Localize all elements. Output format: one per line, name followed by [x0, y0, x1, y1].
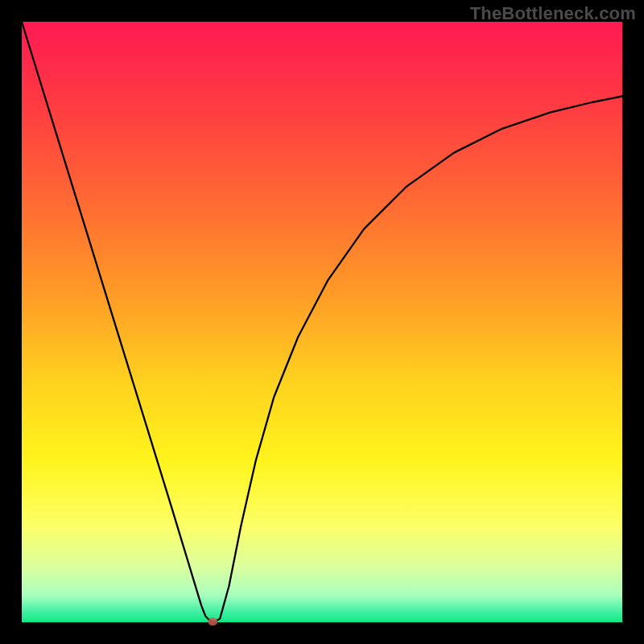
watermark-text: TheBottleneck.com: [470, 3, 636, 24]
plot-background: [22, 22, 622, 622]
minimum-marker: [208, 617, 217, 625]
chart-svg: [0, 0, 644, 644]
chart-container: TheBottleneck.com: [0, 0, 644, 644]
